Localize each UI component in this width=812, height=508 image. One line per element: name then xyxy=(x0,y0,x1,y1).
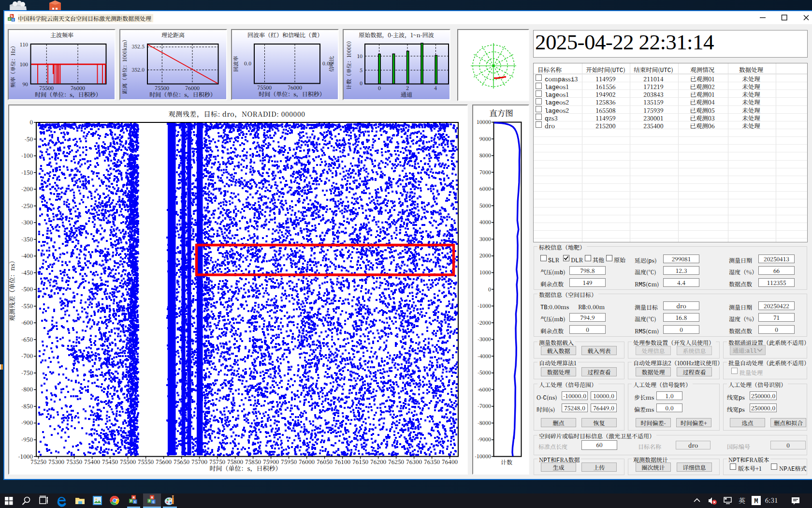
svg-text:C: C xyxy=(152,499,154,504)
svg-text:75950: 75950 xyxy=(281,457,297,465)
svg-text:-9000: -9000 xyxy=(478,435,491,443)
svg-text:-2000: -2000 xyxy=(478,318,491,326)
svg-text:-900: -900 xyxy=(21,418,33,426)
svg-text:75400: 75400 xyxy=(84,457,100,465)
svg-text:-700: -700 xyxy=(21,351,33,359)
svg-text:76250: 76250 xyxy=(388,457,404,465)
svg-text:F: F xyxy=(130,498,132,503)
svg-text:75300: 75300 xyxy=(48,457,64,465)
svg-text:76100: 76100 xyxy=(334,457,350,465)
svg-text:-4000: -4000 xyxy=(478,352,491,359)
svg-text:0: 0 xyxy=(29,118,33,126)
svg-text:观测残差，目标: dro，NORADID: 000000: 观测残差，目标: dro，NORADID: 000000 xyxy=(169,109,305,119)
svg-text:76050: 76050 xyxy=(317,457,333,465)
svg-text:-8000: -8000 xyxy=(478,418,491,426)
svg-text:75250: 75250 xyxy=(30,457,46,465)
svg-text:-600: -600 xyxy=(21,318,33,326)
svg-text:-550: -550 xyxy=(21,301,33,310)
svg-text:-800: -800 xyxy=(21,385,33,393)
svg-text:F: F xyxy=(148,498,150,503)
svg-text:-300: -300 xyxy=(21,218,33,226)
svg-text:-5000: -5000 xyxy=(478,368,491,376)
svg-text:75650: 75650 xyxy=(174,457,189,465)
svg-text:75600: 75600 xyxy=(156,457,172,465)
svg-text:-950: -950 xyxy=(21,435,33,443)
svg-text:-500: -500 xyxy=(21,284,33,293)
svg-text:75450: 75450 xyxy=(102,457,118,465)
svg-text:英: 英 xyxy=(739,495,745,505)
svg-text:76350: 76350 xyxy=(424,457,440,465)
svg-text:7000: 7000 xyxy=(479,168,491,176)
svg-text:-650: -650 xyxy=(21,335,33,343)
svg-text:6:31: 6:31 xyxy=(765,495,778,505)
svg-text:-1000: -1000 xyxy=(478,301,491,309)
svg-text:0: 0 xyxy=(488,285,491,293)
svg-text:6000: 6000 xyxy=(479,184,491,192)
svg-text:76300: 76300 xyxy=(406,457,422,465)
svg-text:2000: 2000 xyxy=(479,251,491,259)
svg-text:-6000: -6000 xyxy=(478,385,491,393)
svg-text:-3000: -3000 xyxy=(478,335,491,343)
svg-text:75350: 75350 xyxy=(66,457,82,465)
svg-text:75500: 75500 xyxy=(120,457,136,465)
svg-text:3000: 3000 xyxy=(479,235,491,242)
svg-text:5000: 5000 xyxy=(479,201,491,209)
svg-text:-50: -50 xyxy=(25,134,33,143)
svg-text:4000: 4000 xyxy=(479,218,491,225)
svg-text:-150: -150 xyxy=(21,168,33,176)
svg-text:10000: 10000 xyxy=(477,118,491,125)
svg-text:M: M xyxy=(754,495,758,505)
svg-text:-7000: -7000 xyxy=(478,402,491,409)
svg-text:-100: -100 xyxy=(21,151,33,159)
svg-text:直方图: 直方图 xyxy=(489,107,513,119)
svg-text:观测残差（单位：ns）: 观测残差（单位：ns） xyxy=(7,257,16,321)
svg-text:-750: -750 xyxy=(21,368,33,376)
svg-text:1000: 1000 xyxy=(479,268,491,276)
svg-text:76400: 76400 xyxy=(442,457,458,465)
svg-text:-400: -400 xyxy=(21,251,33,259)
svg-text:76000: 76000 xyxy=(299,457,315,465)
svg-text:76200: 76200 xyxy=(370,457,386,465)
svg-text:9000: 9000 xyxy=(479,134,491,142)
svg-text:-350: -350 xyxy=(21,235,33,243)
svg-text:75700: 75700 xyxy=(191,457,207,465)
svg-text:时间（单位：s，日积秒）: 时间（单位：s，日积秒） xyxy=(209,463,281,473)
svg-text:-200: -200 xyxy=(21,184,33,193)
svg-text:-850: -850 xyxy=(21,402,33,410)
svg-text:-250: -250 xyxy=(21,201,33,209)
svg-text:76150: 76150 xyxy=(352,457,368,465)
svg-text:C: C xyxy=(134,499,136,504)
svg-text:75550: 75550 xyxy=(138,457,154,465)
svg-text:-450: -450 xyxy=(21,268,33,276)
svg-text:8000: 8000 xyxy=(479,151,491,159)
svg-text:-10000: -10000 xyxy=(475,452,491,460)
svg-text:计数: 计数 xyxy=(501,458,512,466)
